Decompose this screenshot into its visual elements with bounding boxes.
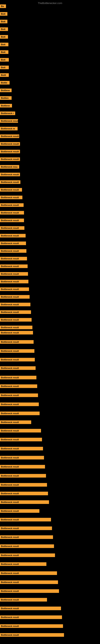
bottleneck-label: Bott	[0, 12, 7, 16]
bottleneck-item[interactable]: Bott	[0, 58, 9, 62]
bottleneck-item[interactable]: Bott	[0, 27, 8, 31]
bottleneck-item[interactable]: Bottl	[0, 73, 9, 77]
bottleneck-item[interactable]: Bo	[0, 4, 6, 8]
bottleneck-item[interactable]: Bottleneck result	[0, 571, 57, 575]
bottleneck-item[interactable]: Bottleneck result	[0, 226, 24, 230]
bottleneck-item[interactable]: Bottleneck result	[0, 633, 64, 637]
bottleneck-item[interactable]: Bottleneck result	[0, 598, 47, 602]
bottleneck-item[interactable]: Bottleneck result	[0, 535, 53, 539]
bottleneck-item[interactable]: Bottleneck result	[0, 218, 24, 222]
bottleneck-label: Bottleneck result	[0, 142, 20, 146]
bottleneck-item[interactable]: Bottleneck result	[0, 331, 33, 334]
bottleneck-item[interactable]: Bott	[0, 43, 8, 46]
bottleneck-label: Bottleneck result	[0, 180, 20, 184]
bottleneck-item[interactable]: Bottleneck result	[0, 234, 26, 238]
bottleneck-label: Bottleneck result	[0, 318, 32, 322]
bottleneck-item[interactable]: Bott	[0, 66, 9, 69]
bottleneck-item[interactable]: Bottleneck result	[0, 447, 43, 450]
bottleneck-label: Bottleneck result	[0, 571, 57, 575]
bottleneck-item[interactable]: Bottleneck result	[0, 384, 37, 388]
bottleneck-item[interactable]: Bottleneck result	[0, 518, 51, 522]
bottleneck-label: Bottleneck result	[0, 203, 24, 207]
bottleneck-item[interactable]: Bottleneck result	[0, 492, 48, 495]
bottleneck-item[interactable]: Bottleneck r	[0, 112, 15, 115]
bottleneck-item[interactable]: Bottleneck result	[0, 134, 19, 138]
bottleneck-label: Bottleneck result	[0, 264, 28, 268]
bottleneck-label: Bottleneck result	[0, 624, 63, 628]
bottleneck-item[interactable]: Bottlene	[0, 104, 12, 108]
bottleneck-label: Bottleneck result	[0, 447, 43, 450]
bottleneck-item[interactable]: Bottleneck result	[0, 272, 28, 276]
bottleneck-item[interactable]: Bottleneck result	[0, 474, 46, 478]
bottleneck-item[interactable]: Bottleneck result	[0, 180, 20, 184]
bottleneck-item[interactable]: Bottleneck result	[0, 203, 24, 207]
bottleneck-item[interactable]: Bottleneck result	[0, 438, 42, 441]
bottleneck-item[interactable]: Bottleneck result	[0, 562, 47, 566]
bottleneck-item[interactable]: Bottleneck result	[0, 580, 58, 584]
bottleneck-label: Bottleneck result	[0, 211, 24, 214]
bottleneck-item[interactable]: Bottleneck result	[0, 196, 22, 199]
bottleneck-item[interactable]: Bottleneck result	[0, 173, 20, 176]
bottleneck-item[interactable]: Bottleneck result	[0, 326, 32, 329]
bottleneck-item[interactable]: Bottleneck result	[0, 288, 29, 291]
bottleneck-item[interactable]: Bottleneck re	[0, 127, 18, 130]
bottleneck-item[interactable]: Bottleneck result	[0, 500, 49, 504]
bottleneck-item[interactable]: Bottleneck result	[0, 349, 34, 353]
bottleneck-item[interactable]: Bottleneck result	[0, 465, 45, 468]
bottleneck-item[interactable]: Bottleneck result	[0, 119, 18, 123]
bottleneck-item[interactable]: Bott	[0, 50, 8, 54]
bottleneck-label: Bottlen	[0, 96, 12, 100]
bottleneck-item[interactable]: Bottleneck result	[0, 624, 63, 628]
bottleneck-item[interactable]: Bottleneck result	[0, 188, 22, 192]
bottleneck-item[interactable]: Bottleneck result	[0, 429, 41, 432]
bottleneck-item[interactable]: Bottleneck result	[0, 340, 34, 344]
bottleneck-item[interactable]: Bottleneck resu	[0, 165, 19, 169]
bottleneck-item[interactable]: Bottleneck result	[0, 366, 36, 370]
bottleneck-label: Bottleneck result	[0, 483, 47, 486]
bottleneck-label: Bottleneck result	[0, 376, 36, 379]
bottleneck-item[interactable]: Bottleneck result	[0, 402, 39, 406]
bottleneck-item[interactable]: Bottleneck result	[0, 280, 28, 283]
bottleneck-item[interactable]: Bottleneck result	[0, 554, 55, 557]
bottleneck-item[interactable]: Bottleneck result	[0, 589, 59, 593]
bottleneck-item[interactable]: Bott	[0, 20, 7, 23]
bottleneck-label: Bottl	[0, 73, 9, 77]
bottleneck-item[interactable]: Bottleneck result	[0, 394, 38, 397]
bottleneck-item[interactable]: Bottleneck result	[0, 142, 20, 146]
bottleneck-item[interactable]: Bottleneck result	[0, 358, 35, 362]
bottleneck-item[interactable]: Bottleneck result	[0, 211, 24, 214]
bottleneck-label: Bottleneck result	[0, 272, 28, 276]
bottleneck-item[interactable]: Bottleneck result	[0, 509, 39, 513]
bottleneck-item[interactable]: Bottleneck result	[0, 544, 54, 548]
bottleneck-item[interactable]: Bottleneck result	[0, 420, 31, 424]
bottleneck-item[interactable]: Bottleneck result	[0, 376, 36, 379]
bottleneck-item[interactable]: Bottleneck result	[0, 242, 26, 245]
bottleneck-label: Bottleneck result	[0, 310, 31, 314]
bottleneck-label: Bottleneck result	[0, 226, 24, 230]
bottleneck-item[interactable]: Bottleneck result	[0, 158, 20, 161]
bottleneck-item[interactable]: Bottleneck result	[0, 483, 47, 486]
site-title: TheBottlenecker.com	[0, 0, 100, 6]
bottleneck-item[interactable]: Bottleneck result	[0, 616, 62, 619]
bottleneck-item[interactable]: Bott	[0, 12, 7, 16]
bottleneck-item[interactable]: Bottleneck result	[0, 310, 31, 314]
bottleneck-label: Bottleneck result	[0, 420, 31, 424]
bottleneck-item[interactable]: Bottleneck result	[0, 606, 61, 610]
bottleneck-item[interactable]: Bottleneck result	[0, 249, 26, 253]
bottleneck-item[interactable]: Bottlen	[0, 96, 12, 100]
bottleneck-item[interactable]: Bottleneck result	[0, 526, 52, 530]
bottleneck-label: Bottleneck result	[0, 196, 22, 199]
bottleneck-item[interactable]: Bottleneck result	[0, 257, 27, 260]
bottleneck-item[interactable]: Bottleneck result	[0, 303, 30, 306]
bottleneck-item[interactable]: Bottleneck result	[0, 318, 32, 322]
bottleneck-item[interactable]: Bottle	[0, 81, 10, 84]
bottleneck-item[interactable]: Bottlene	[0, 88, 12, 92]
bottleneck-item[interactable]: Bottleneck result	[0, 150, 20, 153]
bottleneck-item[interactable]: Bott	[0, 35, 8, 39]
bottleneck-label: Bottleneck result	[0, 158, 20, 161]
bottleneck-item[interactable]: Bottleneck result	[0, 456, 44, 460]
bottleneck-item[interactable]: Bottleneck result	[0, 412, 40, 415]
bottleneck-item[interactable]: Bottleneck result	[0, 264, 28, 268]
bottleneck-item[interactable]: Bottleneck result	[0, 295, 30, 299]
bottleneck-label: Bottleneck result	[0, 288, 29, 291]
